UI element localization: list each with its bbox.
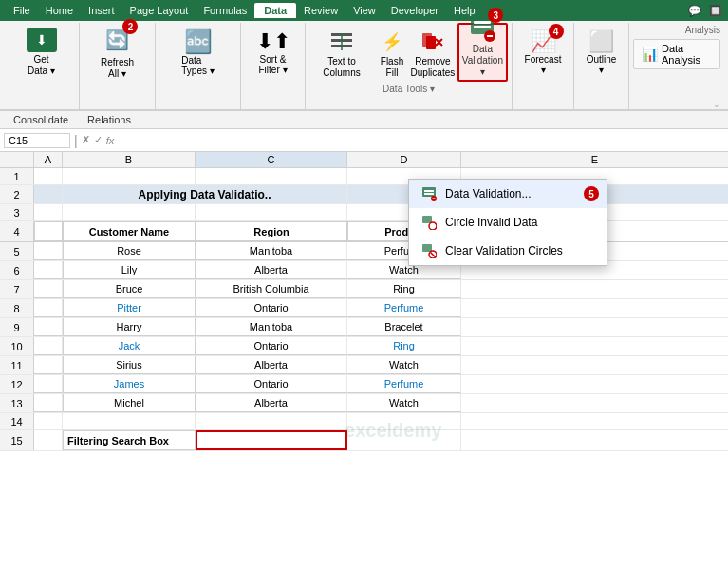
cell-D11[interactable]: Watch	[347, 356, 461, 374]
cell-E7[interactable]	[461, 280, 728, 298]
cell-e15[interactable]	[461, 430, 728, 450]
formula-confirm[interactable]: ✓	[94, 134, 103, 146]
cell-E11[interactable]	[461, 356, 728, 374]
cell-B6[interactable]: Lily	[63, 261, 196, 279]
cell-E10[interactable]	[461, 337, 728, 355]
cell-D10[interactable]: Ring	[347, 337, 461, 355]
data-validation-menu-item[interactable]: Data Validation... 5	[409, 180, 607, 208]
sort-filter-button[interactable]: ⬇⬆ Sort &Filter ▾	[252, 25, 294, 80]
refresh-all-button[interactable]: 🔄 2 RefreshAll ▾	[96, 25, 139, 80]
remove-duplicates-button[interactable]: RemoveDuplicates	[410, 27, 456, 82]
circle-invalid-menu-item[interactable]: Circle Invalid Data	[409, 208, 607, 237]
col-header-c[interactable]: C	[196, 152, 347, 167]
cell-B11[interactable]: Sirius	[63, 356, 196, 374]
col-header-d[interactable]: D	[347, 152, 461, 167]
menu-insert[interactable]: Insert	[81, 3, 122, 18]
cell-A10[interactable]	[34, 337, 63, 355]
menu-view[interactable]: View	[345, 3, 383, 18]
cell-C13[interactable]: Alberta	[196, 394, 347, 412]
row-num-3: 3	[0, 204, 34, 220]
col-header-e[interactable]: E	[461, 152, 728, 167]
cell-B13[interactable]: Michel	[63, 394, 196, 412]
cell-a15[interactable]	[34, 430, 63, 450]
relations-button[interactable]: Relations	[78, 112, 140, 127]
cell-C5[interactable]: Manitoba	[196, 242, 347, 260]
cell-B10[interactable]: Jack	[63, 337, 196, 355]
data-types-button[interactable]: 🔤 DataTypes ▾	[181, 25, 214, 80]
cell-C7[interactable]: British Columbia	[196, 280, 347, 298]
cell-D7[interactable]: Ring	[347, 280, 461, 298]
menu-page-layout[interactable]: Page Layout	[122, 3, 196, 18]
cell-C6[interactable]: Alberta	[196, 261, 347, 279]
cell-a3[interactable]	[34, 204, 63, 220]
cell-C8[interactable]: Ontario	[196, 299, 347, 317]
clear-validation-menu-item[interactable]: Clear Validation Circles	[409, 237, 607, 265]
cell-c15[interactable]	[196, 430, 347, 450]
cell-C9[interactable]: Manitoba	[196, 318, 347, 336]
row-num-12: 12	[0, 375, 34, 393]
cell-b4[interactable]: Customer Name	[63, 221, 196, 241]
cell-A7[interactable]	[34, 280, 63, 298]
get-data-button[interactable]: ⬇ GetData ▾	[22, 25, 62, 80]
cell-B9[interactable]: Harry	[63, 318, 196, 336]
outline-button[interactable]: ⬜ Outline▾	[583, 25, 621, 80]
cell-a4[interactable]	[34, 221, 63, 241]
cell-E9[interactable]	[461, 318, 728, 336]
cell-B12[interactable]: James	[63, 375, 196, 393]
cell-b1[interactable]	[63, 168, 196, 184]
cell-A9[interactable]	[34, 318, 63, 336]
menu-review[interactable]: Review	[296, 3, 345, 18]
cell-A11[interactable]	[34, 356, 63, 374]
menu-formulas[interactable]: Formulas	[196, 3, 254, 18]
get-transform-group: ⬇ GetData ▾	[4, 23, 80, 109]
col-header-b[interactable]: B	[63, 152, 196, 167]
cell-c4[interactable]: Region	[196, 221, 347, 241]
forecast-button[interactable]: 📈 4 Forecast▾	[521, 25, 566, 80]
formula-cancel[interactable]: ✗	[82, 134, 90, 146]
cv-menu-icon	[420, 242, 438, 259]
col-header-a[interactable]: A	[34, 152, 63, 167]
cell-D13[interactable]: Watch	[347, 394, 461, 412]
cell-a2[interactable]	[34, 185, 63, 203]
cell-B7[interactable]: Bruce	[63, 280, 196, 298]
cell-A13[interactable]	[34, 394, 63, 412]
table-row: 12JamesOntarioPerfume	[0, 375, 728, 394]
cell-E12[interactable]	[461, 375, 728, 393]
formula-input[interactable]	[118, 134, 724, 147]
flash-fill-button[interactable]: ⚡ FlashFill	[376, 27, 408, 82]
menu-data[interactable]: Data	[254, 3, 296, 18]
cell-D8[interactable]: Perfume	[347, 299, 461, 317]
cell-d15[interactable]	[347, 430, 461, 450]
consolidate-button[interactable]: Consolidate	[4, 112, 78, 127]
menu-developer[interactable]: Developer	[383, 3, 446, 18]
row-num-1: 1	[0, 168, 34, 184]
data-validation-button[interactable]: 3 DataValidation ▾	[457, 23, 508, 82]
cell-b15[interactable]: Filtering Search Box	[63, 430, 196, 450]
cell-c1[interactable]	[196, 168, 347, 184]
cell-B8[interactable]: Pitter	[63, 299, 196, 317]
cell-a1[interactable]	[34, 168, 63, 184]
cell-A12[interactable]	[34, 375, 63, 393]
table-row: 13MichelAlbertaWatch	[0, 394, 728, 413]
cell-E8[interactable]	[461, 299, 728, 317]
cell-A5[interactable]	[34, 242, 63, 260]
menu-home[interactable]: Home	[38, 3, 81, 18]
clear-validation-label: Clear Validation Circles	[445, 244, 563, 257]
cell-C11[interactable]: Alberta	[196, 356, 347, 374]
data-analysis-button[interactable]: 📊 Data Analysis	[633, 39, 720, 69]
menu-file[interactable]: File	[6, 3, 38, 18]
cell-reference[interactable]	[4, 133, 70, 148]
cell-C12[interactable]: Ontario	[196, 375, 347, 393]
cell-b3[interactable]	[63, 204, 196, 220]
cell-D12[interactable]: Perfume	[347, 375, 461, 393]
cell-A6[interactable]	[34, 261, 63, 279]
cell-b2[interactable]: Applying Data Validatio..	[63, 185, 347, 203]
cell-B5[interactable]: Rose	[63, 242, 196, 260]
cell-D9[interactable]: Bracelet	[347, 318, 461, 336]
cell-E13[interactable]	[461, 394, 728, 412]
cell-c3[interactable]	[196, 204, 347, 220]
cell-A8[interactable]	[34, 299, 63, 317]
formula-fx[interactable]: fx	[106, 135, 115, 146]
text-to-columns-button[interactable]: Text to Columns	[309, 27, 374, 82]
cell-C10[interactable]: Ontario	[196, 337, 347, 355]
